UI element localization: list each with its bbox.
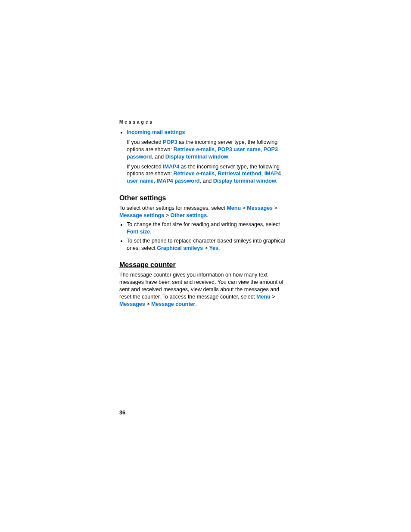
- retrieve-emails-link[interactable]: Retrieve e-mails: [173, 146, 215, 152]
- other-settings-heading: Other settings: [119, 194, 288, 202]
- text: .: [150, 229, 151, 235]
- menu-link[interactable]: Menu: [256, 294, 271, 300]
- page-content: Messages Incoming mail settings If you s…: [119, 120, 288, 310]
- list-item: Incoming mail settings If you selected P…: [127, 129, 288, 185]
- text: .: [228, 154, 230, 160]
- pop3-link[interactable]: POP3: [163, 139, 177, 145]
- text: .: [207, 212, 208, 218]
- running-header: Messages: [119, 120, 288, 124]
- pop3-paragraph: If you selected POP3 as the incoming ser…: [127, 139, 288, 161]
- graphical-smileys-link[interactable]: Graphical smileys: [157, 245, 203, 251]
- imap4-link[interactable]: IMAP4: [163, 164, 179, 170]
- messages-link[interactable]: Messages: [247, 205, 273, 211]
- text: To change the font size for reading and …: [127, 221, 280, 227]
- message-counter-heading: Message counter: [119, 261, 288, 269]
- breadcrumb-sep: >: [203, 245, 209, 251]
- imap4-password-link[interactable]: IMAP4 password: [156, 178, 199, 184]
- imap4-paragraph: If you selected IMAP4 as the incoming se…: [127, 163, 288, 185]
- text: ,: [261, 146, 264, 152]
- incoming-mail-list: Incoming mail settings If you selected P…: [119, 129, 288, 185]
- retrieval-method-link[interactable]: Retrieval method: [218, 171, 261, 177]
- incoming-mail-settings-link[interactable]: Incoming mail settings: [127, 129, 185, 135]
- display-terminal-window-link[interactable]: Display terminal window: [165, 154, 228, 160]
- page-number: 36: [119, 410, 125, 416]
- text: , and: [200, 178, 213, 184]
- menu-link[interactable]: Menu: [227, 205, 241, 211]
- text: .: [276, 178, 277, 184]
- breadcrumb-sep: >: [241, 205, 247, 211]
- text: If you selected: [127, 139, 163, 145]
- breadcrumb-sep: >: [271, 294, 275, 300]
- list-item: To set the phone to replace character-ba…: [127, 237, 288, 252]
- text: To select other settings for messages, s…: [119, 205, 227, 211]
- text: ,: [262, 171, 265, 177]
- message-settings-link[interactable]: Message settings: [119, 212, 164, 218]
- list-item: To change the font size for reading and …: [127, 221, 288, 236]
- text: .: [218, 245, 220, 251]
- breadcrumb-sep: >: [164, 212, 170, 218]
- message-counter-body: The message counter gives you informatio…: [119, 271, 288, 308]
- breadcrumb-sep: >: [273, 205, 277, 211]
- display-terminal-window-link[interactable]: Display terminal window: [213, 178, 276, 184]
- other-settings-intro: To select other settings for messages, s…: [119, 205, 288, 219]
- other-settings-list: To change the font size for reading and …: [119, 221, 288, 252]
- retrieve-emails-link[interactable]: Retrieve e-mails: [173, 171, 215, 177]
- message-counter-link[interactable]: Message counter: [151, 301, 195, 307]
- text: , and: [152, 154, 165, 160]
- text: If you selected: [127, 164, 163, 170]
- other-settings-link[interactable]: Other settings: [170, 212, 207, 218]
- pop3-user-name-link[interactable]: POP3 user name: [218, 146, 260, 152]
- text: .: [195, 301, 196, 307]
- font-size-link[interactable]: Font size: [127, 229, 150, 235]
- yes-link[interactable]: Yes: [209, 245, 218, 251]
- breadcrumb-sep: >: [145, 301, 151, 307]
- messages-link[interactable]: Messages: [119, 301, 145, 307]
